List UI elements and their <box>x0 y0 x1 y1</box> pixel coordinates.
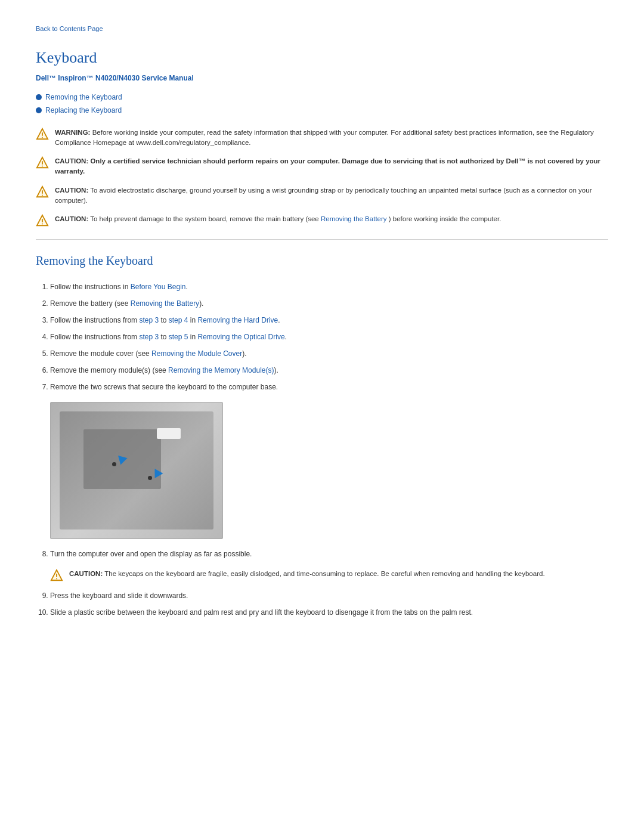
svg-point-14 <box>56 578 57 580</box>
step-2: Remove the battery (see Removing the Bat… <box>50 298 608 309</box>
step-4-mid2: in <box>188 333 197 341</box>
toc-link-replacing[interactable]: Replacing the Keyboard <box>45 105 122 116</box>
caution-icon-2 <box>36 185 49 199</box>
svg-point-11 <box>42 224 43 225</box>
caution-body-3: To help prevent damage to the system boa… <box>90 215 319 222</box>
toc-list: Removing the Keyboard Replacing the Keyb… <box>36 92 608 116</box>
step-4: Follow the instructions from step 3 to s… <box>50 332 608 342</box>
step-2-text: Remove the battery (see <box>50 299 131 308</box>
toc-link-removing[interactable]: Removing the Keyboard <box>45 92 122 103</box>
step-9-text: Press the keyboard and slide it downward… <box>50 592 188 600</box>
warning-body-1: Before working inside your computer, rea… <box>55 129 594 146</box>
caution-icon-3 <box>36 214 49 227</box>
removing-keyboard-title: Removing the Keyboard <box>36 252 608 270</box>
svg-point-5 <box>42 166 43 167</box>
removing-battery-link-step2[interactable]: Removing the Battery <box>131 299 199 308</box>
step-2-after: ). <box>199 299 203 308</box>
step-6-text: Remove the memory module(s) (see <box>50 366 168 374</box>
caution-text-2: CAUTION: To avoid electrostatic discharg… <box>55 185 608 206</box>
step5-od-link2[interactable]: step 5 <box>169 333 188 341</box>
warning-block-1: WARNING: Before working inside your comp… <box>36 128 608 148</box>
removing-memory-module-link[interactable]: Removing the Memory Module(s) <box>168 366 274 374</box>
caution-text-3: CAUTION: To help prevent damage to the s… <box>55 214 501 224</box>
step-6-after: ). <box>274 366 278 374</box>
warning-icon-1 <box>36 128 49 141</box>
caution-block-3: CAUTION: To help prevent damage to the s… <box>36 214 608 227</box>
step-3: Follow the instructions from step 3 to s… <box>50 315 608 326</box>
step-4-mid: to <box>159 333 169 341</box>
white-rect-graphic <box>157 428 181 439</box>
caution-text-1: CAUTION: Only a certified service techni… <box>55 156 608 177</box>
warning-label-1: WARNING: <box>55 129 90 136</box>
removing-battery-link-caution[interactable]: Removing the Battery <box>321 215 387 222</box>
step4-hd-link2[interactable]: step 4 <box>169 316 188 324</box>
step-8-text: Turn the computer over and open the disp… <box>50 550 252 558</box>
step-8: Turn the computer over and open the disp… <box>50 549 608 559</box>
caution-body-2: To avoid electrostatic discharge, ground… <box>55 187 592 204</box>
toc-item-removing: Removing the Keyboard <box>36 92 608 103</box>
laptop-inner-graphic <box>60 411 213 529</box>
toc-item-replacing: Replacing the Keyboard <box>36 105 608 116</box>
step-7: Remove the two screws that secure the ke… <box>50 382 608 392</box>
caution-label-2: CAUTION: <box>55 187 88 194</box>
bullet-icon-2 <box>36 107 42 113</box>
removing-hard-drive-link[interactable]: Removing the Hard Drive <box>198 316 278 324</box>
step-3-mid: to <box>159 316 169 324</box>
step-10-text: Slide a plastic scribe between the keybo… <box>50 608 473 617</box>
caution-icon-1 <box>36 156 49 169</box>
step-9: Press the keyboard and slide it downward… <box>50 590 608 601</box>
step-4-after: . <box>285 333 287 341</box>
caution-keycaps-label: CAUTION: <box>69 570 103 577</box>
caution-keycaps-body: The keycaps on the keyboard are fragile,… <box>104 570 544 577</box>
page-title: Keyboard <box>36 46 608 69</box>
step-1-after: . <box>185 283 187 291</box>
step-5-text: Remove the module cover (see <box>50 349 151 358</box>
caution-label-3: CAUTION: <box>55 215 88 222</box>
step3-od-link1[interactable]: step 3 <box>139 333 159 341</box>
removing-optical-drive-link[interactable]: Removing the Optical Drive <box>198 333 285 341</box>
svg-point-8 <box>42 194 43 196</box>
caution-keycaps-text: CAUTION: The keycaps on the keyboard are… <box>69 569 545 579</box>
caution-body-1: Only a certified service technician shou… <box>55 157 600 175</box>
step-3-mid2: in <box>188 316 197 324</box>
step-1-text: Follow the instructions in <box>50 283 131 291</box>
caution-icon-keycaps <box>50 569 63 582</box>
step-7-text: Remove the two screws that secure the ke… <box>50 383 278 391</box>
screw-dot-2 <box>148 476 152 480</box>
caution-block-1: CAUTION: Only a certified service techni… <box>36 156 608 177</box>
bullet-icon <box>36 94 42 100</box>
caution-block-keycaps: CAUTION: The keycaps on the keyboard are… <box>50 569 608 582</box>
caution-block-2: CAUTION: To avoid electrostatic discharg… <box>36 185 608 206</box>
keyboard-screw-image <box>50 402 223 539</box>
step-1: Follow the instructions in Before You Be… <box>50 281 608 292</box>
back-to-contents-link[interactable]: Back to Contents Page <box>36 24 608 34</box>
steps-list: Follow the instructions in Before You Be… <box>50 281 608 392</box>
removing-module-cover-link[interactable]: Removing the Module Cover <box>151 349 242 358</box>
steps-list-3: Press the keyboard and slide it downward… <box>50 590 608 618</box>
step-3-text: Follow the instructions from <box>50 316 139 324</box>
section-divider <box>36 239 608 240</box>
step-4-text: Follow the instructions from <box>50 333 139 341</box>
step3-hd-link1[interactable]: step 3 <box>139 316 159 324</box>
caution-label-1: CAUTION: <box>55 157 88 165</box>
step-3-after: . <box>278 316 280 324</box>
step-5-after: ). <box>242 349 246 358</box>
svg-point-2 <box>42 137 43 138</box>
step-10: Slide a plastic scribe between the keybo… <box>50 607 608 618</box>
page-subtitle: Dell™ Inspiron™ N4020/N4030 Service Manu… <box>36 73 608 83</box>
step-5: Remove the module cover (see Removing th… <box>50 348 608 359</box>
screw-dot-1 <box>112 462 116 466</box>
warning-text-1: WARNING: Before working inside your comp… <box>55 128 608 148</box>
steps-list-2: Turn the computer over and open the disp… <box>50 549 608 559</box>
caution-body-3-after: ) before working inside the computer. <box>389 215 501 222</box>
laptop-body-graphic <box>51 402 222 538</box>
step-6: Remove the memory module(s) (see Removin… <box>50 365 608 376</box>
before-you-begin-link[interactable]: Before You Begin <box>131 283 186 291</box>
